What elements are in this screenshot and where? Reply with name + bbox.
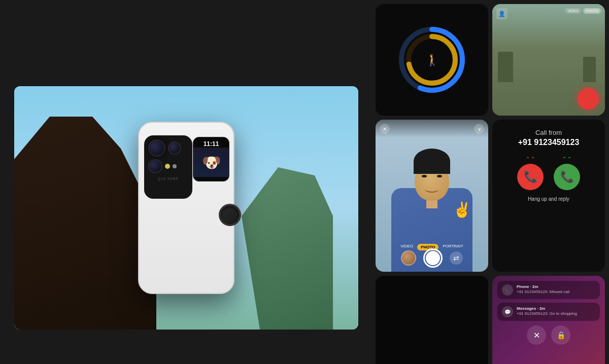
shutter-button[interactable] <box>423 248 443 268</box>
smart-ring <box>219 204 241 226</box>
tab-video[interactable]: VIDEO <box>565 8 581 14</box>
tree-2 <box>583 57 596 82</box>
third-camera-lens <box>148 159 162 173</box>
music-bg <box>376 276 488 364</box>
shutter-inner <box>426 251 440 265</box>
right-eye <box>437 175 442 177</box>
phone-device-back: Q15 50MP 11:11 🐶 <box>138 122 234 294</box>
messages-notif-icon: 💬 <box>502 306 513 317</box>
tree-1 <box>498 52 513 82</box>
decline-column: ⌃⌃ 📞 <box>517 156 544 190</box>
decline-button[interactable]: 📞 <box>517 164 544 190</box>
secondary-camera-lens <box>168 141 181 155</box>
tab-photo[interactable]: PHOTO <box>583 8 601 14</box>
music-player-screen: ♪ <box>376 276 488 364</box>
decline-arrow-icon: ⌃⌃ <box>525 156 535 162</box>
person-hair <box>414 149 450 174</box>
video-bottom-controls: ⇄ <box>376 248 488 268</box>
call-action-buttons: ⌃⌃ 📞 ⌃⌃ 📞 <box>517 156 580 190</box>
messages-notif-message: +91 9123459123: Go to shopping <box>517 311 577 316</box>
video-header-bar: ✕ ∨ <box>376 120 488 138</box>
record-button[interactable] <box>578 88 599 110</box>
accept-column: ⌃⌃ 📞 <box>554 156 580 190</box>
messages-notification[interactable]: 💬 Messages · 2m +91 9123459123: Go to sh… <box>497 303 600 321</box>
swap-camera-button[interactable]: ⇄ <box>450 251 463 265</box>
right-panel: 🚶 👤 VIDEO PHOTO <box>371 0 609 364</box>
phone-notif-app: Phone · 2m <box>517 284 569 289</box>
pet-sticker: 🐶 <box>193 148 229 177</box>
contact-icon[interactable]: 👤 <box>496 8 507 19</box>
fitness-rings-svg: 🚶 <box>396 24 467 95</box>
flash-led <box>165 164 170 169</box>
phone-notif-icon: 📞 <box>502 284 513 296</box>
svg-text:🚶: 🚶 <box>425 53 439 67</box>
call-from-label: Call from <box>535 129 562 136</box>
main-camera-lens <box>148 139 165 157</box>
video-close-icon[interactable]: ✕ <box>380 124 390 134</box>
caller-number: +91 9123459123 <box>518 138 580 147</box>
messages-notif-content: Messages · 2m +91 9123459123: Go to shop… <box>517 306 577 316</box>
dismiss-button[interactable]: ✕ <box>527 325 546 345</box>
camera-row-2 <box>148 159 188 173</box>
caller-avatar-small <box>401 250 416 266</box>
brand-label: Q15 50MP <box>148 177 188 180</box>
notifications-panel: 📞 Phone · 2m +91 9123459123: Missed call… <box>492 276 605 364</box>
main-phone-image: Q15 50MP 11:11 🐶 <box>14 86 358 330</box>
mini-display-screen: 11:11 🐶 <box>193 137 229 181</box>
call-notification-screen: Call from +91 9123459123 ⌃⌃ 📞 ⌃⌃ 📞 Hang … <box>492 120 605 272</box>
smile <box>425 186 439 193</box>
mini-display-time: 11:11 <box>193 137 229 148</box>
lock-button[interactable]: 🔒 <box>551 325 570 345</box>
phone-notif-message: +91 9123459123: Missed call <box>517 289 569 294</box>
camera-module: Q15 50MP <box>144 135 192 199</box>
hang-up-reply-text: Hang up and reply <box>528 196 569 202</box>
camera-mode-tabs: VIDEO PHOTO <box>565 8 601 14</box>
peace-gesture: ✌️ <box>453 201 471 219</box>
notif-bottom-buttons: ✕ 🔒 <box>497 325 600 345</box>
video-call-screen: ✌️ ✕ ∨ VIDEO PHOTO PORTRAIT ⇄ <box>376 120 488 272</box>
messages-notif-app: Messages · 2m <box>517 306 577 311</box>
smartwatch-screen: 🚶 <box>376 4 488 116</box>
phone-notification[interactable]: 📞 Phone · 2m +91 9123459123: Missed call <box>497 281 600 299</box>
accept-button[interactable]: 📞 <box>554 164 580 190</box>
left-eye <box>422 175 427 177</box>
video-minimize-icon[interactable]: ∨ <box>474 124 484 134</box>
accept-arrow-icon: ⌃⌃ <box>562 156 572 162</box>
photo-video-screen: 👤 VIDEO PHOTO <box>492 4 605 116</box>
sensor <box>173 164 177 168</box>
camera-row-1 <box>148 139 188 157</box>
phone-notif-content: Phone · 2m +91 9123459123: Missed call <box>517 284 569 294</box>
